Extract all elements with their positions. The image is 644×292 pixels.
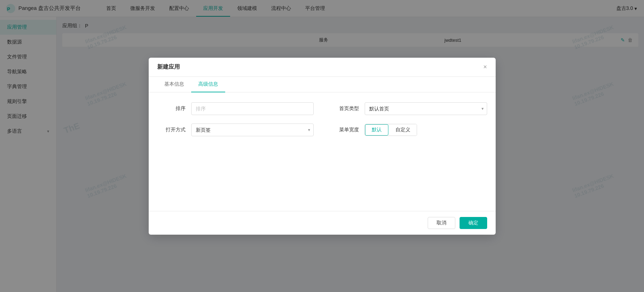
modal-header: 新建应用 × bbox=[149, 58, 496, 77]
cancel-button[interactable]: 取消 bbox=[428, 217, 455, 229]
open-mode-select[interactable]: 新页签 当前页 弹窗 bbox=[191, 124, 314, 136]
tab-advanced-info[interactable]: 高级信息 bbox=[191, 77, 225, 92]
sort-label: 排序 bbox=[157, 105, 186, 112]
homepage-type-select-wrapper: 默认首页 自定义首页 ▾ bbox=[365, 102, 487, 115]
menu-width-default-button[interactable]: 默认 bbox=[365, 124, 388, 136]
open-mode-label: 打开方式 bbox=[157, 127, 186, 133]
modal-footer: 取消 确定 bbox=[149, 211, 496, 235]
new-app-modal: 新建应用 × 基本信息 高级信息 排序 首页类型 默认首页 bbox=[149, 58, 496, 235]
confirm-button[interactable]: 确定 bbox=[460, 217, 487, 229]
form-field-open-mode: 打开方式 新页签 当前页 弹窗 ▾ bbox=[157, 124, 314, 136]
menu-width-btn-group: 默认 自定义 bbox=[365, 124, 417, 136]
menu-width-label: 菜单宽度 bbox=[331, 127, 359, 133]
homepage-type-select[interactable]: 默认首页 自定义首页 bbox=[365, 102, 487, 115]
form-field-sort: 排序 bbox=[157, 102, 314, 115]
open-mode-select-wrapper: 新页签 当前页 弹窗 ▾ bbox=[191, 124, 314, 136]
menu-width-custom-button[interactable]: 自定义 bbox=[389, 124, 417, 136]
modal-overlay[interactable]: 新建应用 × 基本信息 高级信息 排序 首页类型 默认首页 bbox=[0, 0, 644, 292]
homepage-type-label: 首页类型 bbox=[331, 105, 359, 112]
form-row-1: 排序 首页类型 默认首页 自定义首页 ▾ bbox=[157, 102, 487, 115]
form-field-homepage-type: 首页类型 默认首页 自定义首页 ▾ bbox=[331, 102, 487, 115]
form-row-2: 打开方式 新页签 当前页 弹窗 ▾ 菜单宽度 默认 自定义 bbox=[157, 124, 487, 136]
form-field-menu-width: 菜单宽度 默认 自定义 bbox=[331, 124, 487, 136]
modal-body: 排序 首页类型 默认首页 自定义首页 ▾ 打开 bbox=[149, 92, 496, 211]
tab-basic-info[interactable]: 基本信息 bbox=[157, 77, 191, 92]
sort-input[interactable] bbox=[191, 102, 314, 115]
modal-tabs: 基本信息 高级信息 bbox=[149, 77, 496, 92]
modal-title: 新建应用 bbox=[157, 63, 180, 71]
modal-close-button[interactable]: × bbox=[483, 64, 487, 70]
